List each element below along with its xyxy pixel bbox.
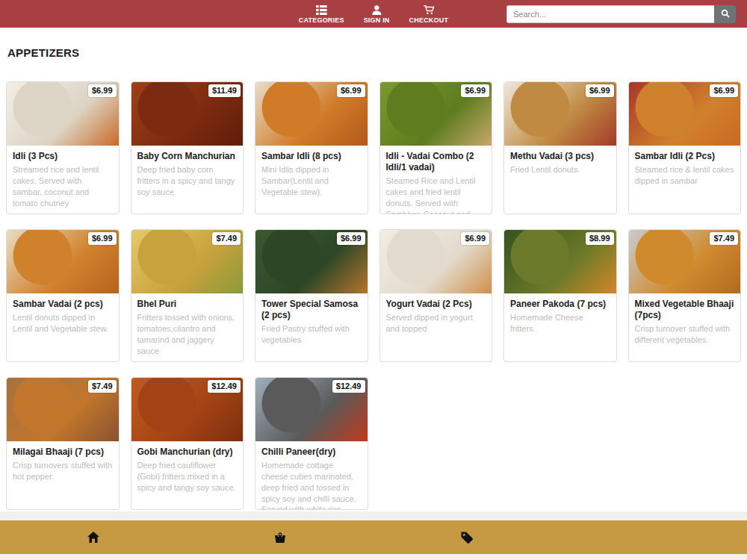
item-description: Homemade cottage cheese cubes marinated,… (261, 460, 362, 510)
page-title: APPETIZERS (0, 28, 747, 59)
food-photo: $8.99 (504, 230, 616, 293)
basket-icon[interactable] (273, 531, 287, 544)
price-badge: $8.99 (586, 232, 614, 245)
card-body: Milagai Bhaaji (7 pcs) Crisp turnovers s… (7, 441, 119, 487)
card-body: Methu Vadai (3 pcs) Fried Lentil donuts. (504, 146, 616, 180)
menu-item-card[interactable]: $6.99 Idli - Vadai Combo (2 Idli/1 vadai… (379, 81, 493, 214)
price-badge: $12.49 (208, 380, 241, 393)
nav-categories-label: CATEGORIES (299, 16, 344, 24)
footer-bar (0, 520, 747, 554)
item-name: Milagai Bhaaji (7 pcs) (13, 447, 113, 458)
item-description: Lentil donuts dipped in Lentil and Veget… (13, 312, 113, 335)
item-name: Chilli Paneer(dry) (261, 447, 362, 458)
food-photo: $7.49 (131, 230, 244, 293)
top-nav-bar: CATEGORIES SIGN IN CHECKOUT (0, 0, 747, 28)
price-badge: $6.99 (88, 232, 117, 245)
card-body: Idli - Vadai Combo (2 Idli/1 vadai) Stea… (380, 146, 492, 214)
menu-item-card[interactable]: $6.99 Sambar Idli (2 Pcs) Steamed rice &… (628, 81, 742, 214)
tag-icon[interactable] (460, 531, 474, 544)
search-button[interactable] (714, 5, 736, 23)
search-icon (721, 7, 730, 21)
price-badge: $6.99 (337, 232, 365, 245)
item-description: Fried Pastry stuffed with vegetables (261, 323, 362, 346)
item-name: Yogurt Vadai (2 Pcs) (386, 299, 486, 310)
price-badge: $6.99 (710, 84, 738, 97)
item-name: Idli (3 Pcs) (13, 151, 113, 162)
menu-item-card[interactable]: $7.49 Bhel Puri Fritters tossed with oni… (131, 229, 244, 362)
food-photo: $7.49 (629, 230, 741, 293)
menu-item-card[interactable]: $12.49 Chilli Paneer(dry) Homemade cotta… (255, 377, 368, 510)
item-description: Mini Idlis dipped in Sambar(Lentil and V… (261, 164, 362, 198)
food-photo: $12.49 (131, 378, 244, 441)
item-description: Fritters tossed with onions, tomatoes,ci… (137, 312, 238, 356)
card-body: Sambar Vadai (2 pcs) Lentil donuts dippe… (7, 293, 119, 339)
item-name: Baby Corn Manchurian (137, 151, 238, 162)
price-badge: $7.49 (88, 380, 117, 393)
item-name: Sambar Idli (2 Pcs) (635, 151, 735, 162)
nav-checkout[interactable]: CHECKOUT (409, 4, 449, 24)
search-bar (506, 5, 736, 23)
card-body: Mixed Vegetable Bhaaji (7pcs) Crisp turn… (629, 293, 741, 350)
menu-item-card[interactable]: $6.99 Idli (3 Pcs) Streamed rice and len… (6, 81, 120, 214)
menu-grid: $6.99 Idli (3 Pcs) Streamed rice and len… (0, 59, 747, 510)
card-body: Gobi Manchurian (dry) Deep fried caulifl… (131, 441, 244, 498)
food-photo: $6.99 (7, 230, 119, 293)
price-badge: $6.99 (461, 232, 489, 245)
item-name: Mixed Vegetable Bhaaji (7pcs) (635, 299, 735, 321)
price-badge: $6.99 (337, 84, 365, 97)
menu-item-card[interactable]: $8.99 Paneer Pakoda (7 pcs) Homemade Che… (503, 229, 617, 362)
nav-categories[interactable]: CATEGORIES (299, 4, 344, 24)
menu-item-card[interactable]: $6.99 Sambar Idli (8 pcs) Mini Idlis dip… (255, 81, 368, 214)
card-body: Yogurt Vadai (2 Pcs) Served dipped in yo… (380, 293, 492, 339)
item-description: Steamed rice & lentil cakes dipped in sa… (635, 164, 735, 187)
search-input[interactable] (506, 5, 714, 23)
item-description: Served dipped in yogurt and topped (386, 312, 486, 335)
item-description: Deep fried baby corn fritters in a spicy… (137, 164, 238, 198)
food-photo: $6.99 (255, 82, 368, 146)
card-body: Tower Special Samosa (2 pcs) Fried Pastr… (255, 293, 368, 350)
nav-sign-in-label: SIGN IN (364, 16, 390, 24)
card-body: Paneer Pakoda (7 pcs) Homemade Cheese fr… (504, 293, 616, 339)
item-description: Crisp turnover stuffed with different ve… (635, 323, 735, 346)
home-icon[interactable] (87, 531, 100, 544)
menu-item-card[interactable]: $6.99 Tower Special Samosa (2 pcs) Fried… (255, 229, 368, 362)
footer (0, 511, 747, 560)
item-name: Methu Vadai (3 pcs) (510, 151, 610, 162)
cart-icon (423, 5, 434, 15)
item-description: Steamed Rice and Lentil cakes and fried … (386, 175, 486, 214)
menu-item-card[interactable]: $6.99 Methu Vadai (3 pcs) Fried Lentil d… (503, 81, 617, 214)
nav-sign-in[interactable]: SIGN IN (364, 4, 390, 24)
card-body: Chilli Paneer(dry) Homemade cottage chee… (255, 441, 368, 510)
menu-item-card[interactable]: $12.49 Gobi Manchurian (dry) Deep fried … (131, 377, 244, 510)
item-description: Fried Lentil donuts. (510, 164, 610, 175)
card-body: Bhel Puri Fritters tossed with onions, t… (131, 293, 244, 361)
price-badge: $6.99 (88, 84, 117, 97)
price-badge: $6.99 (461, 84, 489, 97)
item-description: Crisp turnovers stuffed with hot pepper. (13, 460, 113, 482)
card-body: Sambar Idli (8 pcs) Mini Idlis dipped in… (255, 146, 368, 202)
menu-item-card[interactable]: $6.99 Yogurt Vadai (2 Pcs) Served dipped… (379, 229, 493, 362)
item-name: Gobi Manchurian (dry) (137, 447, 238, 458)
food-photo: $7.49 (7, 378, 119, 441)
menu-item-card[interactable]: $7.49 Mixed Vegetable Bhaaji (7pcs) Cris… (628, 229, 742, 362)
food-photo: $6.99 (7, 82, 119, 146)
item-description: Homemade Cheese fritters. (510, 312, 610, 335)
price-badge: $7.49 (710, 232, 738, 245)
menu-item-card[interactable]: $11.49 Baby Corn Manchurian Deep fried b… (131, 81, 244, 214)
menu-item-card[interactable]: $6.99 Sambar Vadai (2 pcs) Lentil donuts… (6, 229, 120, 362)
card-body: Baby Corn Manchurian Deep fried baby cor… (131, 146, 244, 202)
card-body: Idli (3 Pcs) Streamed rice and lentil ca… (7, 146, 119, 213)
footer-bottom-strip (0, 554, 747, 560)
menu-item-card[interactable]: $7.49 Milagai Bhaaji (7 pcs) Crisp turno… (6, 377, 120, 510)
food-photo: $11.49 (131, 82, 244, 146)
nav-group: CATEGORIES SIGN IN CHECKOUT (299, 0, 448, 28)
footer-top-strip (0, 511, 747, 520)
food-photo: $6.99 (380, 230, 492, 293)
card-body: Sambar Idli (2 Pcs) Steamed rice & lenti… (629, 146, 741, 191)
item-name: Sambar Idli (8 pcs) (261, 151, 362, 162)
price-badge: $12.49 (332, 380, 365, 393)
item-name: Bhel Puri (137, 299, 238, 310)
food-photo: $6.99 (255, 230, 368, 293)
food-photo: $6.99 (504, 82, 616, 146)
item-name: Idli - Vadai Combo (2 Idli/1 vadai) (386, 151, 486, 173)
